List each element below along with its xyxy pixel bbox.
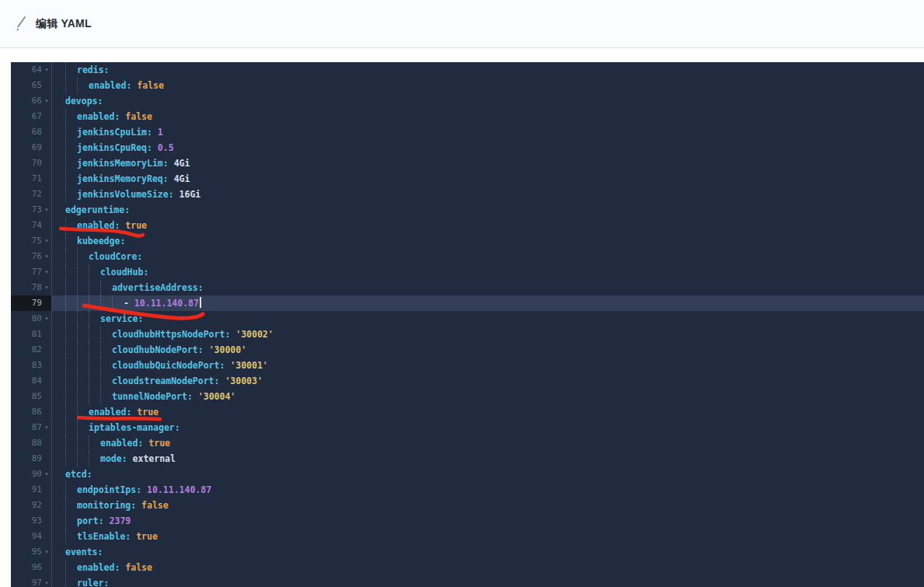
code-content[interactable]: enabled: true [52, 218, 924, 233]
code-line-82[interactable]: 82cloudhubNodePort: '30000' [11, 342, 924, 358]
gutter-cell[interactable]: 85 [11, 389, 52, 404]
code-content[interactable]: port: 2379 [52, 513, 924, 529]
line-number[interactable]: 90 [32, 466, 42, 482]
code-line-69[interactable]: 69jenkinsCpuReq: 0.5 [11, 140, 924, 155]
gutter-cell[interactable]: 92 [11, 498, 52, 513]
code-content[interactable]: kubeedge: [52, 233, 924, 249]
line-number[interactable]: 71 [32, 171, 42, 187]
line-number[interactable]: 76 [32, 249, 42, 264]
code-line-79[interactable]: 79- 10.11.140.87 [11, 295, 924, 311]
fold-arrow-icon[interactable]: ▾ [42, 233, 51, 249]
gutter-cell[interactable]: 86 [11, 404, 52, 420]
line-number[interactable]: 64 [32, 62, 42, 78]
code-line-64[interactable]: 64▾redis: [11, 62, 924, 78]
fold-arrow-icon[interactable]: ▾ [42, 202, 51, 218]
code-line-83[interactable]: 83cloudhubQuicNodePort: '30001' [11, 358, 924, 373]
fold-arrow-icon[interactable]: ▾ [42, 280, 51, 295]
code-content[interactable]: cloudHub: [52, 264, 924, 280]
gutter-cell[interactable]: 95▾ [11, 544, 52, 560]
code-content[interactable]: - 10.11.140.87 [52, 295, 924, 311]
line-number[interactable]: 65 [32, 78, 42, 93]
fold-arrow-icon[interactable]: ▾ [42, 249, 51, 264]
code-content[interactable]: cloudCore: [52, 249, 924, 264]
line-number[interactable]: 68 [32, 124, 42, 140]
gutter-cell[interactable]: 80▾ [11, 311, 52, 327]
code-line-75[interactable]: 75▾kubeedge: [11, 233, 924, 249]
line-number[interactable]: 83 [32, 358, 42, 373]
code-line-77[interactable]: 77▾cloudHub: [11, 264, 924, 280]
gutter-cell[interactable]: 83 [11, 358, 52, 373]
code-area[interactable]: 64▾redis:65enabled: false66▾devops:67ena… [11, 62, 924, 587]
code-line-65[interactable]: 65enabled: false [11, 78, 924, 93]
gutter-cell[interactable]: 88 [11, 435, 52, 451]
code-line-89[interactable]: 89mode: external [11, 451, 924, 466]
fold-arrow-icon[interactable]: ▾ [42, 93, 51, 109]
code-line-96[interactable]: 96enabled: false [11, 560, 924, 575]
line-number[interactable]: 94 [32, 529, 42, 544]
line-number[interactable]: 82 [32, 342, 42, 358]
code-line-86[interactable]: 86enabled: true [11, 404, 924, 420]
code-content[interactable]: enabled: false [52, 78, 924, 93]
gutter-cell[interactable]: 84 [11, 373, 52, 389]
gutter-cell[interactable]: 87▾ [11, 420, 52, 435]
code-line-91[interactable]: 91endpointIps: 10.11.140.87 [11, 482, 924, 498]
code-line-84[interactable]: 84cloudstreamNodePort: '30003' [11, 373, 924, 389]
gutter-cell[interactable]: 94 [11, 529, 52, 544]
code-line-71[interactable]: 71jenkinsMemoryReq: 4Gi [11, 171, 924, 187]
fold-arrow-icon[interactable]: ▾ [42, 420, 51, 435]
line-number[interactable]: 75 [32, 233, 42, 249]
code-line-66[interactable]: 66▾devops: [11, 93, 924, 109]
gutter-cell[interactable]: 79 [11, 295, 52, 311]
code-content[interactable]: jenkinsMemoryLim: 4Gi [52, 155, 924, 171]
gutter-cell[interactable]: 74 [11, 218, 52, 233]
code-content[interactable]: cloudhubHttpsNodePort: '30002' [52, 327, 924, 342]
line-number[interactable]: 97 [32, 575, 42, 587]
code-content[interactable]: advertiseAddress: [52, 280, 924, 295]
line-number[interactable]: 70 [32, 155, 42, 171]
line-number[interactable]: 85 [32, 389, 42, 404]
code-content[interactable]: iptables-manager: [52, 420, 924, 435]
code-content[interactable]: devops: [52, 93, 924, 109]
gutter-cell[interactable]: 71 [11, 171, 52, 187]
code-line-85[interactable]: 85tunnelNodePort: '30004' [11, 389, 924, 404]
code-line-88[interactable]: 88enabled: true [11, 435, 924, 451]
gutter-cell[interactable]: 78▾ [11, 280, 52, 295]
code-content[interactable]: monitoring: false [52, 498, 924, 513]
gutter-cell[interactable]: 72 [11, 187, 52, 202]
code-content[interactable]: enabled: true [52, 435, 924, 451]
line-number[interactable]: 79 [32, 295, 42, 311]
line-number[interactable]: 88 [32, 435, 42, 451]
line-number[interactable]: 69 [32, 140, 42, 155]
gutter-cell[interactable]: 67 [11, 109, 52, 124]
code-content[interactable]: enabled: true [52, 404, 924, 420]
code-line-95[interactable]: 95▾events: [11, 544, 924, 560]
line-number[interactable]: 96 [32, 560, 42, 575]
code-line-87[interactable]: 87▾iptables-manager: [11, 420, 924, 435]
code-content[interactable]: cloudstreamNodePort: '30003' [52, 373, 924, 389]
gutter-cell[interactable]: 77▾ [11, 264, 52, 280]
line-number[interactable]: 78 [32, 280, 42, 295]
gutter-cell[interactable]: 75▾ [11, 233, 52, 249]
gutter-cell[interactable]: 91 [11, 482, 52, 498]
code-line-73[interactable]: 73▾edgeruntime: [11, 202, 924, 218]
code-content[interactable]: tunnelNodePort: '30004' [52, 389, 924, 404]
line-number[interactable]: 91 [32, 482, 42, 498]
gutter-cell[interactable]: 96 [11, 560, 52, 575]
yaml-editor[interactable]: 64▾redis:65enabled: false66▾devops:67ena… [11, 62, 924, 587]
code-line-94[interactable]: 94tlsEnable: true [11, 529, 924, 544]
line-number[interactable]: 89 [32, 451, 42, 466]
code-line-72[interactable]: 72jenkinsVolumeSize: 16Gi [11, 187, 924, 202]
code-line-76[interactable]: 76▾cloudCore: [11, 249, 924, 264]
line-number[interactable]: 73 [32, 202, 42, 218]
line-number[interactable]: 81 [32, 327, 42, 342]
gutter-cell[interactable]: 97▾ [11, 575, 52, 587]
gutter-cell[interactable]: 69 [11, 140, 52, 155]
code-content[interactable]: mode: external [52, 451, 924, 466]
code-content[interactable]: ruler: [52, 575, 924, 587]
line-number[interactable]: 72 [32, 187, 42, 202]
gutter-cell[interactable]: 82 [11, 342, 52, 358]
code-line-67[interactable]: 67enabled: false [11, 109, 924, 124]
gutter-cell[interactable]: 68 [11, 124, 52, 140]
gutter-cell[interactable]: 73▾ [11, 202, 52, 218]
line-number[interactable]: 67 [32, 109, 42, 124]
